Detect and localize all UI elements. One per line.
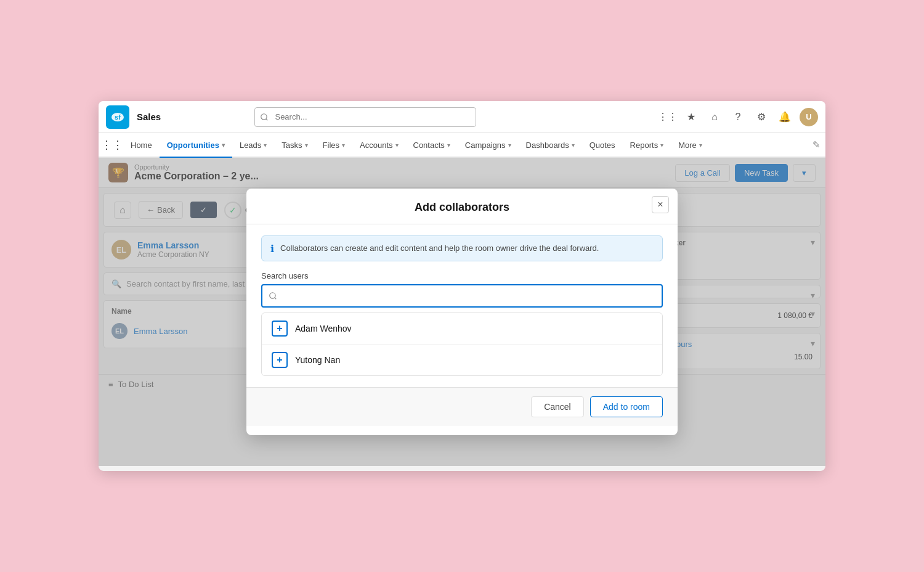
user-name: Adam Wenhov bbox=[295, 324, 352, 333]
user-name: Yutong Nan bbox=[295, 355, 340, 365]
chevron-down-icon: ▾ bbox=[447, 142, 450, 149]
chevron-down-icon: ▾ bbox=[508, 142, 511, 149]
info-text: Collaborators can create and edit conten… bbox=[280, 242, 599, 255]
search-input[interactable] bbox=[254, 107, 476, 127]
question-icon[interactable]: ? bbox=[729, 108, 747, 126]
user-avatar[interactable]: U bbox=[800, 108, 818, 126]
chevron-down-icon: ▾ bbox=[660, 142, 663, 149]
modal-backdrop: Add collaborators × ℹ Collaborators can … bbox=[99, 158, 825, 466]
bell-icon[interactable]: 🔔 bbox=[776, 108, 793, 126]
chevron-down-icon: ▾ bbox=[264, 142, 267, 149]
home-icon[interactable]: ⌂ bbox=[706, 108, 723, 126]
svg-text:sf: sf bbox=[115, 113, 121, 121]
tab-opportunities[interactable]: Opportunities ▾ bbox=[160, 133, 232, 158]
chevron-down-icon: ▾ bbox=[342, 142, 345, 149]
modal-body: ℹ Collaborators can create and edit cont… bbox=[246, 224, 678, 387]
search-users-input[interactable] bbox=[261, 284, 663, 308]
tab-dashboards[interactable]: Dashboards ▾ bbox=[519, 133, 582, 158]
browser-window: sf Sales ⋮⋮ ★ ⌂ ? ⚙ 🔔 U ⋮⋮ Home Opportun… bbox=[99, 101, 825, 471]
tab-accounts[interactable]: Accounts ▾ bbox=[352, 133, 405, 158]
user-list: + Adam Wenhov + Yutong Nan bbox=[261, 313, 663, 376]
list-item[interactable]: + Adam Wenhov bbox=[262, 313, 662, 345]
info-icon: ℹ bbox=[270, 243, 274, 255]
chevron-down-icon: ▾ bbox=[699, 142, 702, 149]
app-launcher-icon[interactable]: ⋮⋮ bbox=[103, 136, 121, 153]
tab-home[interactable]: Home bbox=[123, 133, 160, 158]
chevron-down-icon: ▾ bbox=[305, 142, 308, 149]
tab-files[interactable]: Files ▾ bbox=[315, 133, 352, 158]
star-icon[interactable]: ★ bbox=[683, 108, 700, 126]
tab-leads[interactable]: Leads ▾ bbox=[232, 133, 274, 158]
nav-icon-group: ⋮⋮ ★ ⌂ ? ⚙ 🔔 U bbox=[659, 108, 818, 126]
modal-footer: Cancel Add to room bbox=[246, 387, 678, 426]
app-name: Sales bbox=[137, 112, 161, 122]
tab-contacts[interactable]: Contacts ▾ bbox=[406, 133, 458, 158]
search-users-label: Search users bbox=[261, 271, 663, 280]
modal-header: Add collaborators × bbox=[246, 189, 678, 224]
search-bar[interactable] bbox=[254, 107, 476, 127]
add-collaborators-modal: Add collaborators × ℹ Collaborators can … bbox=[246, 189, 678, 435]
edit-tabs-icon[interactable]: ✎ bbox=[813, 139, 821, 150]
add-to-room-button[interactable]: Add to room bbox=[590, 396, 663, 417]
modal-title: Add collaborators bbox=[415, 201, 509, 213]
tab-quotes[interactable]: Quotes bbox=[582, 133, 623, 158]
chevron-down-icon: ▾ bbox=[222, 142, 225, 149]
tab-reports[interactable]: Reports ▾ bbox=[623, 133, 671, 158]
tab-bar: ⋮⋮ Home Opportunities ▾ Leads ▾ Tasks ▾ … bbox=[99, 133, 825, 158]
add-user-button[interactable]: + bbox=[272, 321, 288, 337]
salesforce-logo: sf bbox=[106, 105, 129, 129]
cancel-button[interactable]: Cancel bbox=[531, 396, 584, 417]
chevron-down-icon: ▾ bbox=[572, 142, 575, 149]
tab-more[interactable]: More ▾ bbox=[671, 133, 710, 158]
modal-close-button[interactable]: × bbox=[652, 196, 669, 213]
tab-tasks[interactable]: Tasks ▾ bbox=[274, 133, 315, 158]
main-content: 🏆 Opportunity Acme Corporation – 2 ye...… bbox=[99, 158, 825, 466]
tab-campaigns[interactable]: Campaigns ▾ bbox=[458, 133, 519, 158]
grid-icon[interactable]: ⋮⋮ bbox=[659, 108, 676, 126]
gear-icon[interactable]: ⚙ bbox=[753, 108, 770, 126]
list-item[interactable]: + Yutong Nan bbox=[262, 345, 662, 375]
top-navigation: sf Sales ⋮⋮ ★ ⌂ ? ⚙ 🔔 U bbox=[99, 101, 825, 133]
chevron-down-icon: ▾ bbox=[395, 142, 399, 149]
info-banner: ℹ Collaborators can create and edit cont… bbox=[261, 235, 663, 261]
add-user-button[interactable]: + bbox=[272, 352, 288, 368]
